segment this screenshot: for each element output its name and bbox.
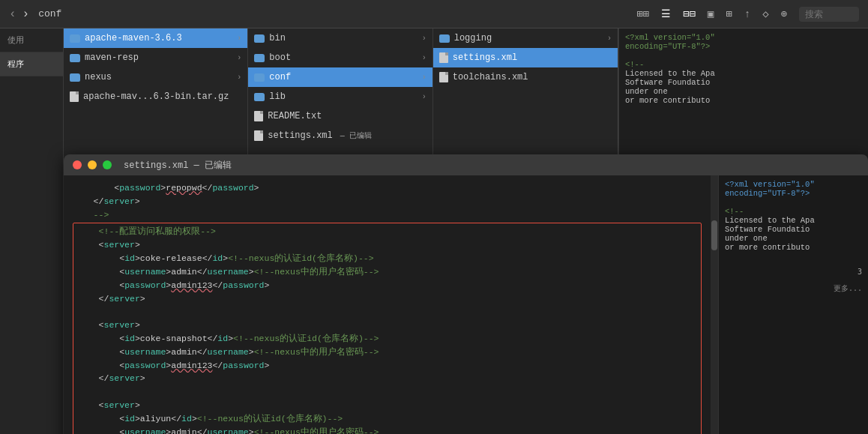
code-before-box: <password>repopwd</password> </server> -… [64, 175, 711, 434]
item-label: nexus [85, 72, 112, 82]
chevron-right-icon: › [422, 73, 427, 82]
sidebar: 使用 程序 [0, 28, 64, 434]
xml-line: Software Foundatio [625, 78, 759, 87]
list-item[interactable]: settings.xml [433, 48, 618, 67]
more-label: 3 [858, 268, 862, 276]
item-label: lib [269, 91, 286, 102]
share-icon[interactable]: ↑ [744, 8, 750, 20]
xml-line [625, 51, 759, 60]
code-line: <username>admin</username><!--nexus中的用户名… [78, 265, 696, 279]
list-item[interactable]: settings.xml — 已编辑 [248, 126, 432, 145]
list-item[interactable]: lib › [248, 87, 432, 106]
editor-window: settings.xml — 已编辑 <password>repopwd</pa… [64, 154, 868, 434]
sidebar-item-use[interactable]: 使用 [0, 28, 63, 52]
code-line: <password>admin123</password> [78, 279, 696, 292]
item-label: conf [269, 72, 291, 82]
close-button[interactable] [73, 160, 82, 169]
code-line: </server> [78, 372, 696, 385]
more-button[interactable]: 更多... [834, 284, 862, 292]
list-item[interactable]: bin › [248, 28, 432, 48]
folder-icon [254, 34, 265, 43]
list-item[interactable]: toolchains.xml [433, 67, 618, 87]
item-label: settings.xml [268, 130, 332, 141]
breadcrumb: conf [38, 8, 61, 19]
list-item[interactable]: conf › [248, 67, 432, 87]
file-icon [254, 130, 263, 141]
list-item[interactable]: README.txt [248, 106, 432, 126]
toolbar: ‹ › conf ⊞⊞ ☰ ⊟⊟ ▣ ⊞ ↑ ◇ ⊕ [0, 0, 868, 28]
code-container: <password>repopwd</password> </server> -… [64, 175, 711, 434]
folder-icon [254, 93, 265, 101]
more-text: 更多... [725, 283, 862, 294]
editor-body: <password>repopwd</password> </server> -… [64, 175, 868, 434]
file-icon [439, 72, 448, 82]
chevron-right-icon: › [237, 73, 241, 82]
more-icon[interactable]: ⊕ [781, 7, 787, 20]
list-item[interactable]: apache-mav...6.3-bin.tar.gz [64, 87, 247, 106]
editor-titlebar: settings.xml — 已编辑 [64, 154, 868, 175]
xml-preview-line: Software Foundatio [725, 225, 862, 234]
chevron-right-icon: › [237, 54, 241, 62]
xml-preview-line: <!-- [725, 207, 862, 216]
xml-preview-line: Licensed to the Apa [725, 216, 862, 225]
chevron-right-icon: › [607, 34, 612, 43]
file-icon [70, 91, 79, 102]
grid9-icon[interactable]: ⊞ [726, 7, 732, 20]
item-label: settings.xml [453, 52, 517, 63]
code-line: <password>repopwd</password> [73, 181, 702, 195]
xml-line: <!-- [625, 60, 759, 69]
code-line: <server> [78, 399, 696, 412]
scrollbar-thumb[interactable] [711, 220, 717, 250]
folder-icon [70, 73, 80, 82]
monitor-icon[interactable]: ▣ [708, 7, 714, 20]
list-item[interactable]: maven-resp › [64, 48, 247, 67]
code-line: <server> [78, 238, 696, 252]
sidebar-item-programs[interactable]: 程序 [0, 52, 63, 76]
code-line: <server> [78, 319, 696, 332]
columns-icon[interactable]: ⊟⊟ [683, 7, 696, 20]
nav-back-button[interactable]: ‹ [9, 7, 16, 21]
folder-icon [70, 54, 80, 62]
xml-line: <?xml version="1.0" [625, 33, 759, 42]
xml-line: Licensed to the Apa [625, 69, 759, 78]
list-item[interactable]: boot › [248, 48, 432, 67]
item-label: apache-maven-3.6.3 [85, 33, 182, 43]
maximize-button[interactable] [103, 160, 112, 169]
list-item[interactable]: apache-maven-3.6.3 › [64, 28, 247, 48]
xml-line: under one [625, 87, 759, 96]
highlighted-code-block: <!--配置访问私服的权限--> <server> <id>coke-relea… [73, 223, 702, 434]
code-line: <id>coke-snapshot</id><!--nexus的认证id(仓库名… [78, 332, 696, 346]
code-line: <id>aliyun</id><!--nexus的认证id(仓库名称)--> [78, 412, 696, 426]
editor-title: settings.xml — 已编辑 [124, 159, 232, 172]
code-line: </server> [78, 292, 696, 306]
tag-icon[interactable]: ◇ [762, 7, 768, 20]
chevron-right-icon: › [237, 34, 241, 43]
grid4-icon[interactable]: ⊞⊞ [636, 7, 649, 20]
item-label: boot [269, 52, 291, 63]
list-icon[interactable]: ☰ [661, 7, 671, 20]
scrollbar[interactable] [711, 175, 718, 434]
item-label: toolchains.xml [453, 72, 528, 82]
folder-icon [70, 34, 80, 43]
search-input[interactable] [799, 7, 859, 22]
xml-preview-line [725, 198, 862, 207]
list-item[interactable]: nexus › [64, 67, 247, 87]
code-line: <username>admin</username><!--nexus中的用户名… [78, 426, 696, 434]
chevron-right-icon: › [422, 34, 427, 43]
code-line [78, 305, 696, 319]
item-label: apache-mav...6.3-bin.tar.gz [83, 91, 229, 102]
toolbar-icons: ⊞⊞ ☰ ⊟⊟ ▣ ⊞ ↑ ◇ ⊕ [636, 7, 859, 22]
folder-icon [254, 73, 265, 82]
nav-forward-button[interactable]: › [22, 7, 30, 21]
more-indicator: 3 [725, 267, 862, 276]
minimize-button[interactable] [88, 160, 97, 169]
code-line: <username>admin</username><!--nexus中的用户名… [78, 346, 696, 359]
folder-icon [254, 54, 265, 62]
xml-line: or more contributo [625, 96, 759, 105]
code-line: --> [73, 208, 702, 222]
file-status: — 已编辑 [340, 130, 372, 141]
code-line [78, 385, 696, 399]
folder-icon [439, 34, 450, 43]
list-item[interactable]: logging › [433, 28, 618, 48]
file-icon [439, 52, 448, 63]
